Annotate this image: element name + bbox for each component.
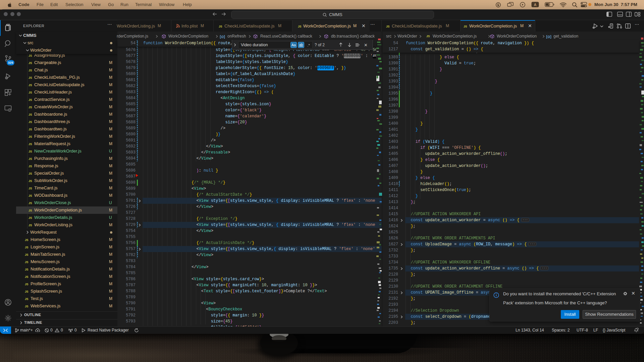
svg-text:A: A — [534, 3, 537, 7]
